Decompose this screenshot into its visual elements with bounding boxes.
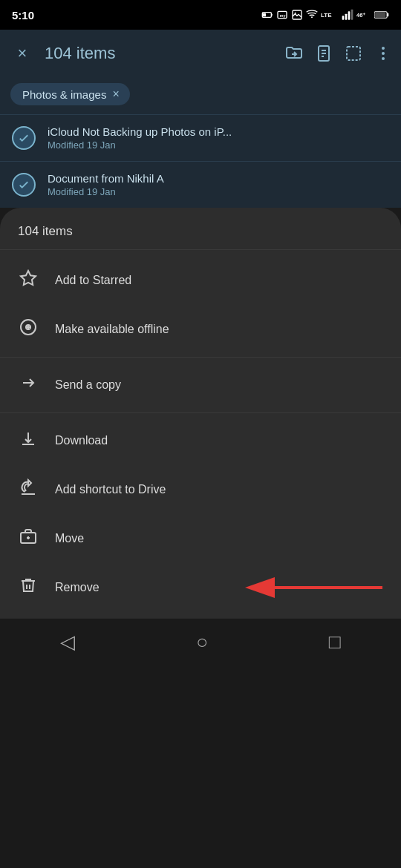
lte-icon: LTE [321, 9, 339, 21]
svg-rect-16 [375, 13, 385, 17]
battery-icon [374, 9, 389, 21]
add-starred-label: Add to Starred [55, 274, 131, 287]
svg-point-22 [382, 47, 385, 50]
app-bar-actions [285, 45, 392, 62]
list-item[interactable]: iCloud Not Backing up Photos on iP... Mo… [0, 114, 401, 161]
divider-1 [0, 357, 401, 358]
svg-rect-12 [351, 10, 353, 20]
battery-low-icon [261, 9, 273, 21]
back-button[interactable]: ◁ [60, 631, 75, 654]
download-item[interactable]: Download [0, 416, 401, 465]
svg-rect-9 [342, 16, 345, 19]
remove-item[interactable]: Remove [0, 563, 401, 612]
move-item[interactable]: Move [0, 514, 401, 563]
send-copy-label: Send a copy [55, 378, 121, 392]
check-icon [12, 126, 36, 150]
svg-text:LTE: LTE [321, 12, 332, 19]
svg-text:46⁺: 46⁺ [356, 12, 365, 19]
svg-point-23 [382, 52, 385, 55]
chip-close-button[interactable]: × [112, 88, 119, 101]
document-icon[interactable] [315, 45, 333, 62]
add-shortcut-label: Add shortcut to Drive [55, 483, 166, 496]
bottom-sheet: 104 items Add to Starred Make available … [0, 208, 401, 618]
svg-text:my: my [280, 13, 286, 18]
signal-icon [342, 9, 353, 21]
add-starred-item[interactable]: Add to Starred [0, 256, 401, 305]
divider-2 [0, 412, 401, 413]
recents-button[interactable]: □ [329, 631, 341, 654]
more-icon[interactable] [374, 45, 392, 62]
my-icon: my [276, 9, 288, 21]
list-item[interactable]: Document from Nikhil A Modified 19 Jan [0, 161, 401, 208]
star-icon [18, 269, 39, 292]
list-item-text: iCloud Not Backing up Photos on iP... Mo… [48, 125, 389, 151]
filter-chip[interactable]: Photos & images × [10, 83, 130, 105]
chip-label: Photos & images [22, 88, 106, 101]
filter-row: Photos & images × [0, 77, 401, 114]
svg-marker-25 [21, 271, 36, 285]
file-list: iCloud Not Backing up Photos on iP... Mo… [0, 114, 401, 208]
image-icon [291, 9, 303, 21]
svg-rect-1 [271, 14, 272, 16]
move-folder-icon[interactable] [285, 45, 303, 62]
svg-rect-15 [387, 13, 388, 16]
move-label: Move [55, 532, 84, 545]
app-bar: × 104 items [0, 30, 401, 77]
send-copy-icon [18, 374, 39, 396]
check-icon [12, 173, 36, 197]
svg-rect-10 [345, 14, 348, 20]
list-item-text: Document from Nikhil A Modified 19 Jan [48, 172, 389, 197]
list-item-subtitle: Modified 19 Jan [48, 186, 389, 197]
nav-bar: ◁ ○ □ [0, 618, 401, 665]
offline-icon [18, 318, 39, 341]
4g-icon: 46⁺ [356, 9, 371, 21]
svg-point-7 [311, 16, 313, 18]
shortcut-icon [18, 479, 39, 501]
app-bar-title: 104 items [45, 44, 276, 63]
add-shortcut-item[interactable]: Add shortcut to Drive [0, 465, 401, 514]
svg-point-24 [382, 57, 385, 60]
svg-rect-11 [348, 11, 351, 19]
make-offline-label: Make available offline [55, 323, 169, 336]
send-copy-item[interactable]: Send a copy [0, 361, 401, 410]
svg-rect-21 [347, 47, 360, 60]
sheet-menu: Add to Starred Make available offline Se… [0, 250, 401, 618]
select-all-icon[interactable] [345, 45, 362, 62]
list-item-subtitle: Modified 19 Jan [48, 139, 389, 151]
close-button[interactable]: × [9, 44, 36, 63]
home-button[interactable]: ○ [196, 631, 208, 654]
download-icon [18, 430, 39, 452]
make-offline-item[interactable]: Make available offline [0, 305, 401, 354]
download-label: Download [55, 434, 108, 447]
trash-icon [18, 576, 39, 599]
remove-label: Remove [55, 581, 100, 594]
status-bar: 5:10 my LTE 46⁺ [0, 0, 401, 30]
move-icon [18, 527, 39, 550]
sheet-header: 104 items [0, 208, 401, 250]
red-arrow-annotation [238, 565, 386, 610]
status-time: 5:10 [12, 9, 34, 22]
wifi-icon [306, 9, 318, 21]
status-icons: my LTE 46⁺ [261, 9, 389, 21]
list-item-title: iCloud Not Backing up Photos on iP... [48, 125, 330, 138]
list-item-title: Document from Nikhil A [48, 172, 330, 185]
svg-rect-2 [263, 13, 266, 17]
